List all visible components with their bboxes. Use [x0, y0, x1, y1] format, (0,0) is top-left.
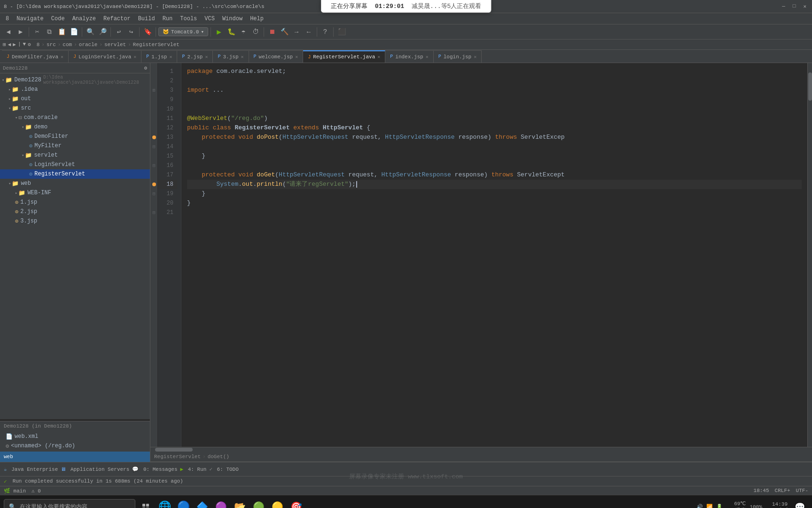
tree-item-2jsp[interactable]: ⊙ 2.jsp — [0, 207, 150, 216]
gutter-row-15[interactable]: ⊟ — [150, 161, 157, 170]
tab-close-loginjsp[interactable]: ✕ — [474, 54, 476, 60]
breadcrumb-item-servlet[interactable]: servlet — [104, 42, 126, 48]
bottom-tab-application-servers[interactable]: 🖥 Application Servers — [61, 466, 129, 472]
tab-welcomejsp[interactable]: P welcome.jsp ✕ — [249, 50, 304, 63]
battery-icon[interactable]: 🔋 — [716, 504, 723, 508]
close-button[interactable]: ✕ — [801, 3, 808, 9]
taskbar-icon-files[interactable]: 📂 — [231, 499, 248, 508]
gutter-row-13[interactable] — [150, 133, 157, 142]
taskbar-icon-app8[interactable]: 🎯 — [288, 499, 304, 508]
sidebar-settings-icon[interactable]: ⚙ — [144, 65, 147, 71]
tab-close-welcomejsp[interactable]: ✕ — [295, 54, 298, 60]
menu-item-window[interactable]: Window — [219, 13, 246, 24]
breadcrumb-item-registerservlet[interactable]: RegisterServlet — [133, 42, 180, 48]
fold-icon-19[interactable]: ⊟ — [152, 210, 155, 215]
bottom-tab-run[interactable]: ▶ 4: Run — [180, 466, 207, 472]
menu-item-tools[interactable]: Tools — [176, 13, 201, 24]
tree-item-3jsp[interactable]: ⊙ 3.jsp — [0, 216, 150, 226]
scrollbar-thumb[interactable] — [808, 72, 812, 101]
tab-close-2jsp[interactable]: ✕ — [205, 54, 208, 60]
breadcrumb-item-com[interactable]: com — [62, 42, 72, 48]
tab-close-3jsp[interactable]: ✕ — [241, 54, 244, 60]
coverage-button[interactable]: ☂ — [238, 26, 249, 38]
menu-item-code[interactable]: Code — [47, 13, 69, 24]
breakpoint-icon-17[interactable] — [152, 183, 156, 186]
tree-item-src[interactable]: ▾ 📁 src — [0, 103, 150, 113]
tree-item-webxml[interactable]: 📄 web.xml — [4, 432, 146, 441]
tab-indexjsp[interactable]: P index.jsp ✕ — [385, 50, 433, 63]
cut-button[interactable]: ✂ — [31, 26, 43, 38]
charset-item[interactable]: UTF- — [796, 488, 808, 493]
bottom-tab-messages[interactable]: 💬 0: Messages — [132, 466, 177, 472]
tab-registerservlet[interactable]: J RegisterServlet.java ✕ — [303, 50, 385, 63]
run-button[interactable]: ▶ — [213, 26, 225, 38]
terminal-button[interactable]: ⬛ — [336, 26, 347, 38]
undo-button[interactable]: ↩ — [113, 26, 125, 38]
tree-item-unnamed[interactable]: ⚙ <unnamed> (/reg.do) — [4, 441, 146, 451]
tree-item-servlet[interactable]: ▾ 📁 servlet — [0, 151, 150, 160]
tab-close-registerservlet[interactable]: ✕ — [377, 54, 380, 60]
taskbar-icon-chrome[interactable]: 🌐 — [156, 499, 173, 508]
menu-item-refactor[interactable]: Refactor — [100, 13, 134, 24]
nav-back-button[interactable]: ← — [303, 26, 314, 38]
minimize-button[interactable]: — — [780, 3, 787, 9]
redo-button[interactable]: ↪ — [125, 26, 137, 38]
file-new-button[interactable]: 📄 — [68, 26, 79, 38]
help-button[interactable]: ? — [320, 26, 331, 38]
h-scrollbar-thumb[interactable] — [155, 448, 193, 452]
tab-close-1jsp[interactable]: ✕ — [169, 54, 172, 60]
nav-forward-button[interactable]: → — [291, 26, 302, 38]
menu-item-help[interactable]: Help — [246, 13, 267, 24]
tab-1jsp[interactable]: P 1.jsp ✕ — [141, 50, 177, 63]
taskbar-search-box[interactable]: 🔍 在这里输入你要搜索的内容 — [4, 499, 135, 508]
tomcat-dropdown[interactable]: 🐱 Tomcat9.0 ▾ — [158, 27, 208, 36]
fold-icon-15[interactable]: ⊟ — [152, 163, 155, 168]
breakpoint-icon-13[interactable] — [152, 135, 156, 139]
tab-2jsp[interactable]: P 2.jsp ✕ — [177, 50, 213, 63]
tab-demofilter[interactable]: J DemoFilter.java ✕ — [2, 50, 69, 63]
gutter-row-13b[interactable]: ⊟ — [150, 142, 157, 151]
bottom-tab-todo[interactable]: ✓ 6: TODO — [209, 466, 238, 472]
tab-close-loginservlet[interactable]: ✕ — [133, 54, 136, 60]
taskbar-icon-intellij[interactable]: 🔷 — [194, 499, 211, 508]
back-button[interactable]: ◀ — [3, 26, 14, 38]
taskbar-icon-edge[interactable]: 🔵 — [175, 499, 192, 508]
build-button[interactable]: 🔨 — [279, 26, 290, 38]
tree-item-demofilter[interactable]: ⊙ DemoFilter — [0, 132, 150, 141]
notification-area[interactable]: 💬 — [791, 499, 808, 508]
fold-icon-13[interactable]: ⊟ — [152, 144, 155, 150]
tab-loginjsp[interactable]: P login.jsp ✕ — [434, 50, 482, 63]
bottom-tab-java-enterprise[interactable]: ☕ Java Enterprise — [4, 466, 58, 472]
menu-item-run[interactable]: Run — [159, 13, 177, 24]
code-editor[interactable]: package com.oracle.servlet; import ... @… — [181, 63, 807, 447]
taskbar-icon-app6[interactable]: 🟢 — [250, 499, 267, 508]
gutter-row-19[interactable]: ⊟ — [150, 208, 157, 217]
maximize-button[interactable]: □ — [791, 3, 798, 9]
tree-item-out[interactable]: ▸ 📁 out — [0, 94, 150, 103]
gutter-row-17b[interactable]: ⊟ — [150, 189, 157, 198]
tree-item-myfilter[interactable]: ⊙ MyFilter — [0, 141, 150, 151]
debug-button[interactable]: 🐛 — [226, 26, 237, 38]
forward-button[interactable]: ▶ — [15, 26, 26, 38]
search2-button[interactable]: 🔎 — [97, 26, 108, 38]
menu-item-build[interactable]: Build — [134, 13, 159, 24]
tab-close-demofilter[interactable]: ✕ — [61, 54, 63, 60]
subnav-item-registerservlet[interactable]: RegisterServlet — [154, 454, 201, 460]
vertical-scrollbar[interactable] — [807, 63, 812, 447]
breadcrumb-item-oracle[interactable]: oracle — [79, 42, 98, 48]
copy-button[interactable]: ⧉ — [44, 26, 55, 38]
tree-item-com-oracle[interactable]: ▾ ⊟ com.oracle — [0, 113, 150, 122]
bookmark-button[interactable]: 🔖 — [142, 26, 153, 38]
tab-loginservlet[interactable]: J LoginServlet.java ✕ — [69, 50, 141, 63]
gutter-row-17[interactable] — [150, 180, 157, 189]
menu-item-file[interactable]: 8 — [2, 13, 13, 24]
window-controls[interactable]: — □ ✕ — [780, 3, 808, 9]
horizontal-scrollbar[interactable] — [150, 447, 812, 452]
breadcrumb-item-root[interactable]: 8 — [37, 42, 40, 48]
tree-item-idea[interactable]: ▸ 📁 .idea — [0, 85, 150, 94]
taskbar-icon-app7[interactable]: 🟡 — [269, 499, 286, 508]
tree-item-demo[interactable]: ▾ 📁 demo — [0, 122, 150, 132]
line-ending-item[interactable]: CRLF+ — [775, 488, 790, 493]
volume-icon[interactable]: 🔊 — [696, 504, 703, 508]
taskbar-icon-action-center[interactable] — [137, 499, 154, 508]
